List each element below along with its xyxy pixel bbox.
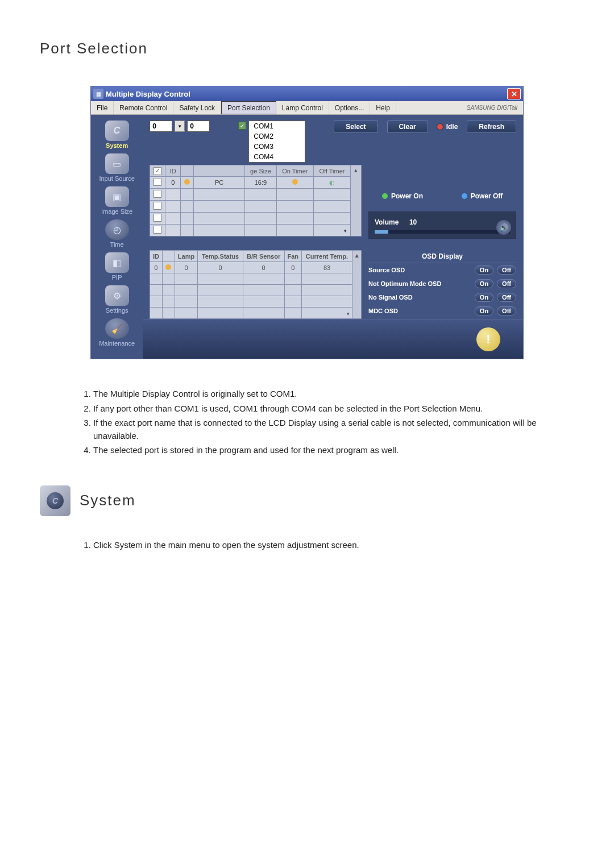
note-2: If any port other than COM1 is used, COM… [93,402,574,416]
app-icon: ▦ [93,89,103,99]
sidebar-item-system[interactable]: C System [91,121,143,149]
cell-source: PC [194,177,245,189]
cell-lamp: 0 [175,262,198,273]
menu-remote-control[interactable]: Remote Control [114,101,173,114]
sidebar-label-pip: PIP [91,274,143,281]
col-status [181,165,194,177]
port-selection-dropdown[interactable]: ✓ COM1 COM2 COM3 COM4 [248,121,305,163]
table-row [150,201,362,213]
port-option-com4[interactable]: COM4 [249,152,305,162]
osd-notopt-label: Not Optimum Mode OSD [368,280,471,287]
settings-icon: ⚙ [105,285,129,306]
power-off-button[interactable]: Power Off [448,192,516,200]
table-row [150,273,362,285]
power-on-button[interactable]: Power On [368,192,437,200]
on-timer-dot-icon [292,179,298,185]
row-checkbox[interactable] [154,226,161,234]
osd-nosignal-off[interactable]: Off [497,293,516,302]
volume-label: Volume [375,218,399,226]
scroll-down-icon[interactable]: ▾ [347,311,350,317]
clear-button[interactable]: Clear [387,121,428,133]
cell-image-size: 16:9 [245,177,277,189]
cell-fan: 0 [284,262,301,273]
sidebar-label-settings: Settings [91,307,143,314]
osd-mdc-off[interactable]: Off [497,306,516,315]
scroll-up-icon[interactable]: ▴ [354,167,358,173]
idle-dot-icon [437,124,443,130]
id-input-left[interactable]: 0 [150,121,172,132]
port-option-com1[interactable]: COM1 [249,121,305,131]
port-option-com2[interactable]: COM2 [249,131,305,142]
table-row [150,213,362,225]
osd-source-off[interactable]: Off [497,265,516,275]
col-id: ID [165,165,181,177]
osd-nosignal-on[interactable]: On [475,293,493,302]
table-row [150,296,362,308]
warning-icon: ! [476,327,500,351]
osd-notopt-off[interactable]: Off [497,279,516,288]
system-note-1: Click System in the main menu to open th… [93,539,574,552]
col-status [162,251,175,262]
page-title: Port Selection [40,40,574,57]
cell-id: 0 [150,262,162,273]
osd-nosignal-label: No Signal OSD [368,294,471,301]
select-button[interactable]: Select [334,121,377,133]
sidebar-item-time[interactable]: ◴ Time [91,219,143,248]
menu-port-selection[interactable]: Port Selection [221,101,276,114]
cell-sensor: 0 [243,262,284,273]
scroll-up-icon[interactable]: ▴ [355,252,359,259]
id-input-right[interactable]: 0 [187,121,210,132]
table-row[interactable]: 0 0 0 0 0 83 [150,262,362,273]
osd-source-on[interactable]: On [475,265,493,275]
sidebar-item-image-size[interactable]: ▣ Image Size [91,186,143,215]
col-lamp: Lamp [175,251,198,262]
power-off-dot-icon [462,193,467,199]
menu-lamp-control[interactable]: Lamp Control [276,101,329,114]
col-id: ID [150,251,162,262]
col-source [194,165,245,177]
volume-slider[interactable] [375,230,510,234]
display-table: ID ge Size On Timer Off Timer ▴ 0 [150,165,362,236]
time-icon: ◴ [105,219,129,240]
osd-panel: OSD Display Source OSD On Off Not Optimu… [368,250,516,318]
sidebar-item-maintenance[interactable]: 🧹 Maintenance [91,318,143,347]
row-checkbox[interactable] [154,178,161,186]
col-current-temp: Current Temp. [302,251,352,262]
close-button[interactable]: ✕ [507,88,521,99]
col-br-sensor: B/R Sensor [243,251,284,262]
port-option-com3[interactable]: COM3 [249,142,305,152]
system-title: System [80,492,136,509]
table-row [150,189,362,201]
system-heading: C System [40,485,574,516]
sidebar-item-settings[interactable]: ⚙ Settings [91,285,143,314]
osd-notopt-on[interactable]: On [475,279,493,288]
scroll-down-icon[interactable]: ▾ [344,228,347,234]
system-icon: C [105,121,129,141]
sidebar-item-pip[interactable]: ◧ PIP [91,252,143,281]
system-cube-icon: C [40,485,70,516]
table-row[interactable]: 0 PC 16:9 ◐ [150,177,362,189]
table-row: ▾ [150,225,362,236]
maintenance-icon: 🧹 [105,318,129,339]
row-checkbox[interactable] [154,202,161,210]
note-1: The Multiple Display Control is original… [93,388,574,401]
header-checkbox[interactable] [154,167,161,175]
id-selector: 0 ▼ 0 [150,121,210,132]
note-4: The selected port is stored in the progr… [93,444,574,457]
refresh-button[interactable]: Refresh [467,121,516,133]
id-dropdown-icon[interactable]: ▼ [175,121,185,132]
menu-help[interactable]: Help [370,101,396,114]
col-off-timer: Off Timer [313,165,350,177]
sidebar: C System ▭ Input Source ▣ Image Size ◴ T… [91,115,143,359]
row-checkbox[interactable] [154,214,161,222]
row-checkbox[interactable] [154,190,161,198]
status-dot-icon [184,179,190,185]
col-image-size: ge Size [245,165,277,177]
menu-options[interactable]: Options... [329,101,370,114]
sidebar-item-input-source[interactable]: ▭ Input Source [91,153,143,182]
menu-file[interactable]: File [91,101,114,114]
col-temp-status: Temp.Status [198,251,243,262]
menu-safety-lock[interactable]: Safety Lock [173,101,221,114]
status-dot-icon [165,264,171,270]
osd-mdc-on[interactable]: On [475,306,493,315]
